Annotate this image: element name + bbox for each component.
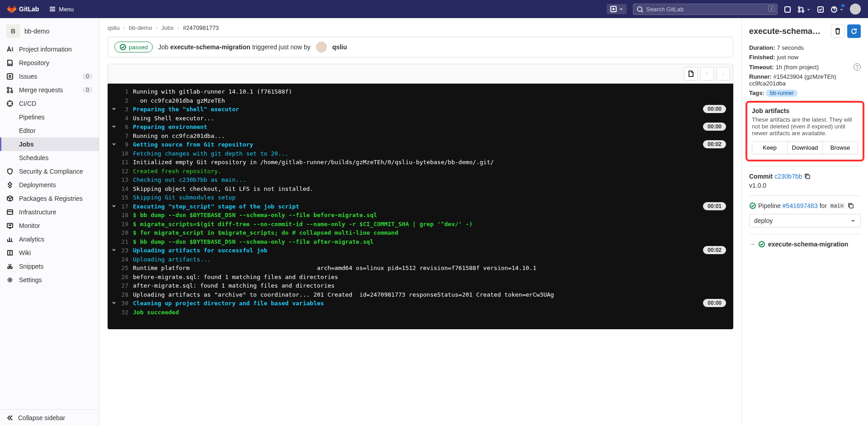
line-number[interactable]: 14 (120, 185, 133, 194)
todos-nav-icon[interactable] (817, 5, 824, 13)
nav-icon (6, 100, 14, 107)
breadcrumb-item[interactable]: qsliu (108, 24, 120, 31)
keep-button[interactable]: Keep (752, 142, 788, 154)
log-text: Checking out c230b7bb as main... (133, 175, 246, 185)
issues-icon (784, 6, 791, 13)
sidebar-subitem-schedules[interactable]: Schedules (0, 151, 99, 165)
search-input[interactable] (633, 4, 778, 15)
commit-link[interactable]: c230b7bb (774, 173, 802, 180)
sidebar-item-issues[interactable]: Issues0 (0, 70, 99, 83)
line-number[interactable]: 6 (120, 123, 133, 132)
sidebar-item-label: Issues (19, 73, 37, 80)
line-number[interactable]: 24 (120, 255, 133, 264)
collapse-icon[interactable] (108, 202, 120, 211)
line-number[interactable]: 2 (120, 96, 133, 105)
svg-point-18 (9, 279, 11, 281)
nav-icon (6, 181, 14, 189)
sidebar-item-analytics[interactable]: Analytics (0, 232, 99, 246)
log-line: 6Preparing environment00:00 (108, 123, 733, 132)
download-button[interactable]: Download (788, 142, 823, 154)
line-number[interactable]: 30 (120, 299, 133, 308)
line-number[interactable]: 3 (120, 105, 133, 114)
scroll-top-button[interactable]: ↑ (700, 67, 714, 80)
line-number[interactable]: 32 (120, 308, 133, 317)
document-icon (687, 70, 694, 77)
user-avatar[interactable] (850, 4, 861, 14)
line-number[interactable]: 19 (120, 220, 133, 229)
nav-icon (6, 59, 14, 66)
line-number[interactable]: 4 (120, 114, 133, 123)
help-nav-icon[interactable] (830, 5, 844, 13)
help-icon[interactable]: ? (854, 63, 861, 71)
triggerer-avatar[interactable] (316, 42, 327, 52)
stage-select[interactable]: deploy (749, 214, 861, 227)
line-number[interactable]: 21 (120, 237, 133, 246)
new-button[interactable] (607, 4, 627, 14)
sidebar-subitem-jobs[interactable]: Jobs (0, 137, 99, 151)
merge-requests-nav-icon[interactable] (797, 5, 811, 13)
sidebar-item-infrastructure[interactable]: Infrastructure (0, 205, 99, 219)
line-number[interactable]: 25 (120, 264, 133, 273)
retry-job-button[interactable] (847, 24, 861, 38)
sidebar-subitem-pipelines[interactable]: Pipelines (0, 110, 99, 124)
job-title: Job execute-schema-migration triggered j… (158, 43, 311, 51)
delete-job-button[interactable] (831, 24, 844, 38)
raw-log-button[interactable] (684, 67, 698, 80)
sidebar-item-monitor[interactable]: Monitor (0, 219, 99, 232)
log-text: Executing "step_script" stage of the job… (133, 202, 299, 211)
related-job-name[interactable]: execute-schema-migration (768, 241, 848, 248)
breadcrumb-item[interactable]: bb-demo (129, 24, 152, 31)
sidebar-item-ci-cd[interactable]: CI/CD (0, 97, 99, 110)
line-number[interactable]: 12 (120, 167, 133, 176)
line-number[interactable]: 9 (120, 140, 133, 149)
line-number[interactable]: 27 (120, 281, 133, 290)
line-number[interactable]: 13 (120, 175, 133, 185)
issues-nav-icon[interactable] (784, 5, 791, 13)
collapse-icon[interactable] (108, 140, 120, 149)
line-number[interactable]: 11 (120, 158, 133, 167)
sidebar-item-merge-requests[interactable]: Merge requests0 (0, 83, 99, 97)
gitlab-logo[interactable]: GitLab (7, 5, 39, 14)
sidebar-subitem-editor[interactable]: Editor (0, 124, 99, 137)
line-number[interactable]: 18 (120, 211, 133, 220)
sidebar-item-wiki[interactable]: Wiki (0, 246, 99, 260)
menu-button[interactable]: Menu (49, 5, 74, 13)
collapse-icon[interactable] (108, 246, 120, 255)
svg-rect-2 (785, 7, 790, 12)
project-header[interactable]: B bb-demo (0, 22, 99, 43)
triggerer-name[interactable]: qsliu (332, 43, 347, 51)
line-number[interactable]: 26 (120, 273, 133, 282)
log-line: 7Running on cc9fca201dba... (108, 132, 733, 141)
sidebar-item-deployments[interactable]: Deployments (0, 178, 99, 192)
sidebar-item-repository[interactable]: Repository (0, 56, 99, 70)
browse-button[interactable]: Browse (823, 142, 858, 154)
collapse-icon[interactable] (108, 299, 120, 308)
line-number[interactable]: 7 (120, 132, 133, 141)
line-number[interactable]: 10 (120, 149, 133, 158)
arrow-right-icon: → (749, 241, 755, 248)
collapse-sidebar-button[interactable]: Collapse sidebar (0, 409, 99, 426)
sidebar-item-security-compliance[interactable]: Security & Compliance (0, 165, 99, 178)
line-number[interactable]: 23 (120, 246, 133, 255)
sidebar-item-project-information[interactable]: Project information (0, 43, 99, 56)
log-text: Uploading artifacts as "archive" to coor… (133, 290, 554, 299)
collapse-icon[interactable] (108, 105, 120, 114)
breadcrumb-item[interactable]: #2470981773 (183, 24, 219, 31)
artifacts-text: These artifacts are the latest. They wil… (752, 116, 858, 137)
copy-icon[interactable] (804, 173, 811, 180)
line-number[interactable]: 28 (120, 290, 133, 299)
copy-icon[interactable] (847, 202, 854, 209)
artifacts-section: Job artifacts These artifacts are the la… (745, 101, 864, 161)
pipeline-link[interactable]: #541697483 (783, 202, 818, 209)
sidebar-item-settings[interactable]: Settings (0, 273, 99, 287)
sidebar-item-packages-registries[interactable]: Packages & Registries (0, 192, 99, 205)
line-number[interactable]: 15 (120, 193, 133, 202)
sidebar-item-snippets[interactable]: Snippets (0, 260, 99, 273)
collapse-icon[interactable] (108, 123, 120, 132)
log-line: 4Using Shell executor... (108, 114, 733, 123)
breadcrumb-item[interactable]: Jobs (161, 24, 174, 31)
scroll-bottom-button[interactable]: ↓ (717, 67, 730, 80)
line-number[interactable]: 1 (120, 87, 133, 96)
line-number[interactable]: 17 (120, 202, 133, 211)
line-number[interactable]: 20 (120, 228, 133, 237)
